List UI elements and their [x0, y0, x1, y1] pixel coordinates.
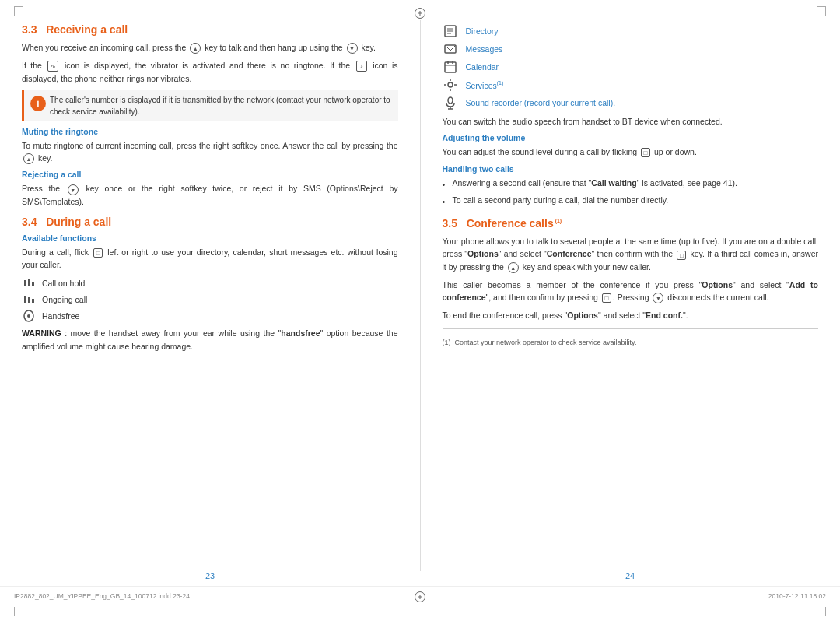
- section-33-title: Receiving a call: [46, 23, 128, 36]
- svg-rect-4: [32, 282, 34, 286]
- talk-key-icon: ▲: [190, 43, 201, 54]
- section-34-header: 3.4 During a call: [22, 216, 398, 228]
- footnote-box: (1) Contact your network operator to che…: [443, 328, 819, 348]
- rejecting-heading: Rejecting a call: [22, 170, 398, 179]
- top-left-corner: [14, 6, 23, 16]
- page-number-right: 24: [420, 571, 840, 581]
- top-marks: [0, 0, 840, 17]
- section-34-title: During a call: [46, 216, 111, 228]
- bullet-2-text: To call a second party during a call, di…: [453, 194, 669, 206]
- svg-point-24: [448, 97, 453, 104]
- bottom-left-corner: [14, 607, 23, 616]
- top-center-target: [415, 8, 425, 19]
- svg-rect-7: [32, 299, 34, 303]
- ongoing-call-label: Ongoing call: [42, 295, 87, 304]
- confirm-key2-icon: □: [602, 293, 611, 303]
- muting-heading: Muting the ringtone: [22, 127, 398, 136]
- svg-point-9: [27, 314, 30, 318]
- silent-icon: ♪: [356, 61, 367, 72]
- bullet-2: • To call a second party during a call, …: [443, 194, 819, 208]
- warning-text: WARNING : move the handset away from you…: [22, 327, 398, 353]
- muting-text: To mute ringtone of current incoming cal…: [22, 139, 398, 165]
- list-calendar: Calendar: [443, 59, 819, 75]
- list-services: Services(1): [443, 77, 819, 93]
- answer-call-icon: ▲: [508, 262, 519, 273]
- svg-text:i: i: [37, 98, 39, 109]
- flick-icon: □: [93, 248, 103, 258]
- conf-para3: To end the conference call, press "Optio…: [443, 309, 819, 321]
- adjusting-text: You can adjust the sound level during a …: [443, 146, 819, 158]
- available-text: During a call, flick □ left or right to …: [22, 246, 398, 272]
- svg-rect-3: [28, 279, 30, 286]
- left-page: 3.3 Receiving a call When you receive an…: [0, 20, 421, 571]
- adjusting-heading: Adjusting the volume: [443, 133, 819, 142]
- ongoing-call-icon: [22, 293, 36, 307]
- conf-para2: This caller becomes a member of the conf…: [443, 279, 819, 304]
- right-page: Directory Messages: [421, 20, 841, 571]
- handsfree-icon: [22, 309, 36, 323]
- footnote-number: (1): [443, 339, 455, 346]
- rejecting-text: Press the ▼ key once or the right softke…: [22, 182, 398, 208]
- para2: If the ∿ icon is displayed, the vibrator…: [22, 59, 398, 85]
- bullet-1-text: Answering a second call (ensure that "Ca…: [453, 177, 737, 189]
- sound-recorder-label: Sound recorder (record your current call…: [466, 98, 616, 107]
- handsfree-label: Handsfree: [42, 311, 79, 321]
- directory-icon: [443, 23, 458, 39]
- top-right-corner: [817, 6, 826, 16]
- services-label: Services(1): [466, 80, 504, 90]
- section-35-title: Conference calls: [467, 217, 554, 230]
- svg-rect-6: [28, 297, 30, 303]
- call-on-hold-label: Call on hold: [42, 279, 85, 288]
- footer-center: [285, 590, 555, 602]
- bullet-dot-1: •: [443, 178, 449, 191]
- hangup-key-icon: ▼: [347, 43, 358, 54]
- para1: When you receive an incoming call, press…: [22, 41, 398, 54]
- list-messages: Messages: [443, 41, 819, 57]
- bottom-marks: [0, 607, 840, 621]
- section-35-superscript: (1): [554, 218, 562, 223]
- page-container: 3.3 Receiving a call When you receive an…: [0, 0, 840, 621]
- call-waiting-bold: Call waiting: [591, 178, 636, 188]
- bottom-center-target: [415, 591, 425, 602]
- bullet-1: • Answering a second call (ensure that "…: [443, 177, 819, 191]
- list-directory: Directory: [443, 23, 819, 39]
- section-35-number: 3.5: [443, 217, 457, 230]
- svg-rect-2: [24, 280, 26, 286]
- note-text: The caller's number is displayed if it i…: [50, 94, 393, 118]
- messages-icon: [443, 41, 458, 57]
- reject-key-icon: ▼: [68, 184, 79, 195]
- vibrate-icon: ∿: [47, 61, 58, 72]
- sound-recorder-icon: [443, 95, 458, 111]
- footnote-text: Contact your network operator to check s…: [455, 339, 637, 346]
- warning-label: WARNING: [22, 328, 61, 338]
- services-superscript: (1): [497, 80, 504, 86]
- page-footer: IP2882_802_UM_YIPPEE_Eng_GB_14_100712.in…: [0, 586, 840, 607]
- footer-date: 2010-7-12 11:18:02: [555, 592, 826, 600]
- note-box: i The caller's number is displayed if it…: [22, 90, 398, 121]
- bottom-right-corner: [817, 607, 826, 616]
- svg-point-19: [448, 82, 453, 87]
- svg-rect-15: [445, 62, 456, 72]
- answer-key-icon: ▲: [23, 153, 34, 164]
- section-35-header: 3.5 Conference calls (1): [443, 217, 819, 230]
- pages-row: 23 24: [0, 571, 840, 583]
- section-33-header: 3.3 Receiving a call: [22, 23, 398, 36]
- page-number-left: 23: [0, 571, 420, 581]
- handling-heading: Handling two calls: [443, 164, 819, 174]
- services-icon: [443, 77, 458, 93]
- section-34-number: 3.4: [22, 216, 37, 228]
- list-item-ongoing-call: Ongoing call: [22, 293, 398, 307]
- svg-rect-5: [24, 296, 26, 303]
- available-heading: Available functions: [22, 233, 398, 243]
- content-area: 3.3 Receiving a call When you receive an…: [0, 17, 840, 571]
- call-hold-icon: [22, 276, 36, 290]
- section-33-number: 3.3: [22, 23, 37, 36]
- calendar-icon: [443, 59, 458, 75]
- flick-right-icon: □: [641, 148, 650, 157]
- bullet-dot-2: •: [443, 195, 449, 208]
- conf-para1: Your phone allows you to talk to several…: [443, 235, 819, 273]
- calendar-label: Calendar: [466, 62, 499, 72]
- directory-label: Directory: [466, 26, 499, 36]
- warning-body: : move the handset away from your ear wh…: [22, 328, 398, 350]
- footer-file: IP2882_802_UM_YIPPEE_Eng_GB_14_100712.in…: [14, 592, 285, 600]
